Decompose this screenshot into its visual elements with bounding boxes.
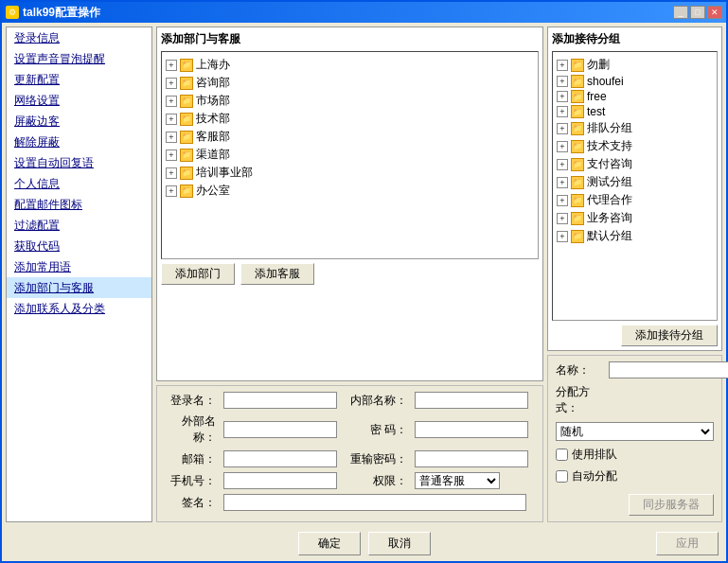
group-tree-item-0[interactable]: + 📁 勿删	[557, 56, 713, 74]
group-expand-4[interactable]: +	[557, 123, 568, 134]
group-name-input[interactable]	[609, 361, 728, 378]
expand-icon-0[interactable]: +	[166, 60, 177, 71]
auto-distribute-checkbox[interactable]	[556, 470, 568, 483]
group-expand-3[interactable]: +	[557, 106, 568, 117]
apply-button[interactable]: 应用	[656, 532, 719, 555]
sidebar-item-dept[interactable]: 添加部门与客服	[7, 277, 151, 298]
sidebar-item-autoreply[interactable]: 设置自动回复语	[7, 152, 151, 173]
tree-item-2[interactable]: + 📁 市场部	[166, 92, 534, 110]
sidebar-item-sound[interactable]: 设置声音冒泡提醒	[7, 48, 151, 69]
external-name-input[interactable]	[223, 421, 337, 438]
group-tree-item-4[interactable]: + 📁 排队分组	[557, 119, 713, 137]
internal-name-input[interactable]	[415, 392, 528, 409]
email-input[interactable]	[223, 450, 337, 467]
group-folder-7: 📁	[571, 176, 584, 189]
expand-icon-3[interactable]: +	[166, 114, 177, 125]
phone-input[interactable]	[223, 472, 337, 489]
tree-item-4[interactable]: + 📁 客服部	[166, 128, 534, 146]
folder-icon-2: 📁	[180, 95, 193, 108]
add-dept-button[interactable]: 添加部门	[161, 263, 235, 285]
signature-input[interactable]	[223, 494, 526, 511]
sidebar-item-mail[interactable]: 配置邮件图标	[7, 194, 151, 215]
signature-label: 签名：	[165, 495, 216, 511]
group-expand-8[interactable]: +	[557, 195, 568, 206]
close-button[interactable]: ✕	[707, 6, 722, 19]
distribution-select[interactable]: 随机	[556, 422, 714, 441]
expand-icon-2[interactable]: +	[166, 96, 177, 107]
sidebar-item-phrase[interactable]: 添加常用语	[7, 256, 151, 277]
minimize-button[interactable]: _	[673, 6, 688, 19]
tree-label-5: 渠道部	[196, 147, 230, 163]
use-queue-label: 使用排队	[572, 447, 617, 463]
cancel-button[interactable]: 取消	[368, 532, 431, 555]
form-area: 登录名： 内部名称： 外部名称： 密 码： 邮箱： 重输密码：	[156, 385, 543, 522]
use-queue-checkbox[interactable]	[556, 449, 568, 461]
sidebar-item-personal[interactable]: 个人信息	[7, 173, 151, 194]
confirm-button[interactable]: 确定	[298, 532, 361, 555]
tree-item-1[interactable]: + 📁 咨询部	[166, 74, 534, 92]
permission-select[interactable]: 普通客服	[415, 472, 500, 489]
group-tree-item-7[interactable]: + 📁 测试分组	[557, 173, 713, 191]
group-tree-item-8[interactable]: + 📁 代理合作	[557, 191, 713, 209]
login-input[interactable]	[223, 392, 337, 409]
dept-tree[interactable]: + 📁 上海办 + 📁 咨询部 + 📁 市场部	[161, 51, 539, 259]
group-tree-item-10[interactable]: + 📁 默认分组	[557, 227, 713, 245]
password-input[interactable]	[415, 421, 528, 438]
tree-item-7[interactable]: + 📁 办公室	[166, 182, 534, 200]
center-panel: 添加部门与客服 + 📁 上海办 + 📁 咨询部 + 📁	[156, 26, 543, 522]
folder-icon-3: 📁	[180, 113, 193, 126]
window-title: talk99配置操作	[23, 5, 100, 21]
folder-icon-1: 📁	[180, 77, 193, 90]
form-row-signature: 签名：	[165, 494, 535, 511]
right-form-row-distribution: 分配方式：	[556, 384, 714, 416]
expand-icon-4[interactable]: +	[166, 132, 177, 143]
sidebar-item-update[interactable]: 更新配置	[7, 69, 151, 90]
group-tree-item-3[interactable]: + 📁 test	[557, 104, 713, 119]
sidebar-item-network[interactable]: 网络设置	[7, 90, 151, 111]
sidebar-item-block[interactable]: 屏蔽边客	[7, 111, 151, 132]
add-group-button[interactable]: 添加接待分组	[621, 325, 718, 346]
add-service-button[interactable]: 添加客服	[240, 263, 314, 285]
group-expand-10[interactable]: +	[557, 231, 568, 242]
expand-icon-5[interactable]: +	[166, 150, 177, 161]
sidebar-item-code[interactable]: 获取代码	[7, 236, 151, 256]
form-row-login: 登录名： 内部名称：	[165, 392, 535, 409]
group-folder-9: 📁	[571, 212, 584, 225]
expand-icon-1[interactable]: +	[166, 78, 177, 89]
group-tree[interactable]: + 📁 勿删 + 📁 shoufei + 📁 free	[552, 51, 718, 321]
confirm-password-input[interactable]	[415, 450, 528, 467]
maximize-button[interactable]: □	[690, 6, 705, 19]
tree-item-5[interactable]: + 📁 渠道部	[166, 146, 534, 164]
group-tree-item-1[interactable]: + 📁 shoufei	[557, 74, 713, 89]
tree-label-3: 技术部	[196, 111, 230, 127]
group-expand-6[interactable]: +	[557, 159, 568, 170]
expand-icon-6[interactable]: +	[166, 167, 177, 179]
use-queue-row: 使用排队	[556, 447, 714, 463]
auto-distribute-label: 自动分配	[572, 468, 617, 484]
tree-item-3[interactable]: + 📁 技术部	[166, 110, 534, 128]
tree-item-6[interactable]: + 📁 培训事业部	[166, 164, 534, 182]
group-expand-5[interactable]: +	[557, 141, 568, 152]
sidebar-item-contact[interactable]: 添加联系人及分类	[7, 298, 151, 319]
dept-btn-row: 添加部门 添加客服	[161, 263, 539, 285]
permission-label: 权限：	[345, 473, 407, 489]
sidebar-item-login[interactable]: 登录信息	[7, 27, 151, 48]
group-tree-item-9[interactable]: + 📁 业务咨询	[557, 209, 713, 227]
tree-label-2: 市场部	[196, 93, 230, 109]
group-expand-9[interactable]: +	[557, 213, 568, 224]
sidebar-item-unblock[interactable]: 解除屏蔽	[7, 132, 151, 152]
sidebar-item-filter[interactable]: 过滤配置	[7, 215, 151, 236]
group-tree-item-2[interactable]: + 📁 free	[557, 89, 713, 104]
group-expand-0[interactable]: +	[557, 60, 568, 71]
tree-item-0[interactable]: + 📁 上海办	[166, 56, 534, 74]
sync-server-button[interactable]: 同步服务器	[629, 494, 714, 516]
group-expand-2[interactable]: +	[557, 91, 568, 102]
group-tree-item-6[interactable]: + 📁 支付咨询	[557, 155, 713, 173]
group-label-5: 技术支持	[587, 138, 632, 154]
group-folder-2: 📁	[571, 90, 584, 103]
expand-icon-7[interactable]: +	[166, 185, 177, 197]
group-tree-item-5[interactable]: + 📁 技术支持	[557, 137, 713, 155]
auto-distribute-row: 自动分配	[556, 468, 714, 484]
group-expand-7[interactable]: +	[557, 177, 568, 188]
group-expand-1[interactable]: +	[557, 76, 568, 87]
